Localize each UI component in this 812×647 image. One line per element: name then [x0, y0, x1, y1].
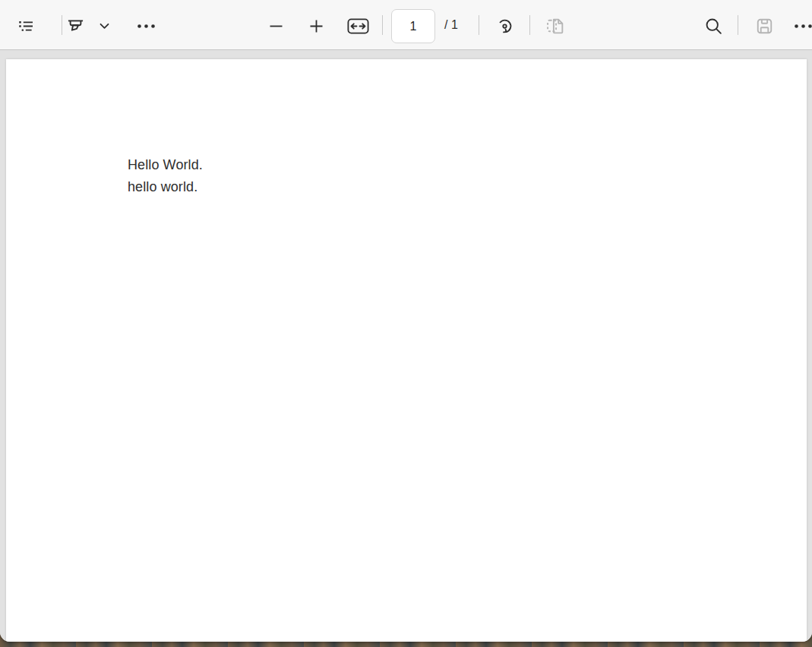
outline-list-icon — [17, 17, 35, 35]
toolbar-separator — [382, 15, 383, 35]
search-button[interactable] — [698, 11, 728, 41]
document-text: Hello World. hello world. — [128, 154, 203, 197]
annotate-highlighter-button[interactable] — [60, 11, 90, 41]
page-number-input[interactable] — [391, 9, 435, 43]
outline-toggle-button[interactable] — [11, 11, 41, 41]
rotate-icon — [495, 17, 514, 36]
toolbar-separator — [479, 15, 479, 35]
search-icon — [704, 17, 723, 36]
minus-icon — [269, 19, 283, 33]
save-button — [749, 11, 779, 41]
rotate-button[interactable] — [489, 11, 520, 41]
ellipsis-icon — [137, 24, 156, 29]
desktop-wallpaper-strip — [0, 642, 812, 647]
chevron-down-icon — [100, 23, 109, 30]
fit-width-button[interactable] — [343, 11, 373, 41]
zoom-out-button[interactable] — [261, 11, 291, 41]
plus-icon — [309, 19, 324, 33]
annotate-options-button[interactable] — [93, 11, 115, 41]
annotation-menu-button[interactable] — [131, 11, 161, 41]
save-icon — [755, 17, 774, 36]
toolbar-separator — [738, 15, 738, 35]
main-menu-button[interactable] — [788, 11, 812, 41]
toolbar-separator — [529, 15, 530, 35]
document-page: Hello World. hello world. — [6, 59, 807, 642]
zoom-in-button[interactable] — [301, 11, 331, 41]
toolbar: / 1 — [0, 0, 812, 50]
document-view[interactable]: Hello World. hello world. — [0, 51, 812, 642]
page-total-label: / 1 — [444, 0, 458, 50]
viewer-window: / 1 — [0, 0, 812, 642]
document-line: Hello World. — [128, 154, 203, 176]
fit-width-icon — [347, 18, 369, 34]
highlighter-icon — [66, 17, 85, 36]
page-layout-button — [540, 11, 570, 41]
dual-page-icon — [546, 17, 565, 36]
ellipsis-icon — [794, 24, 812, 29]
document-line: hello world. — [128, 176, 203, 198]
